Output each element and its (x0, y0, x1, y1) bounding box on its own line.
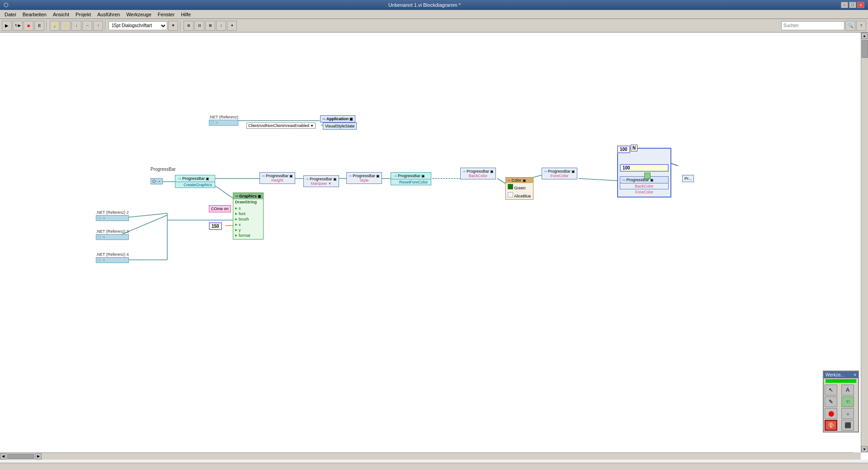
num-150-node: 150 (209, 222, 222, 230)
pb-height-node: ⇒ ProgressBar ▣ Height (259, 172, 295, 184)
reorder-button[interactable]: ↕ (216, 21, 226, 31)
tool-connect[interactable]: ✎ (825, 396, 837, 407)
pb-creategraphics-box: ⇒ ProgressBar ▣ (175, 175, 215, 182)
style-expand: ▣ (376, 174, 380, 178)
vertical-scrollbar[interactable]: ▲ ▼ (861, 33, 868, 452)
app-icon: ⬡ (4, 2, 8, 8)
fc-arrow: ⇒ (544, 169, 547, 174)
run-continuous-button[interactable]: ↻▶ (13, 21, 23, 31)
menu-ausfuehren[interactable]: Ausführen (94, 11, 123, 18)
clean-button[interactable]: ✦ (227, 21, 237, 31)
search-input[interactable] (781, 21, 844, 30)
search-button[interactable]: 🔍 (845, 21, 855, 31)
scroll-down-button[interactable]: ▼ (861, 446, 868, 452)
scroll-left-button[interactable]: ◀ (0, 453, 6, 460)
client-areas-node[interactable]: ClientAndNonClientAreasEnabled ▼ (246, 122, 316, 129)
align-button[interactable]: ⊞ (184, 21, 193, 31)
right-pb-arrow: ⇒ (622, 178, 625, 182)
maximize-button[interactable]: □ (849, 2, 856, 8)
sep3 (180, 21, 182, 31)
step-into-button[interactable]: ↓ (71, 21, 81, 31)
tool-color[interactable]: 🎨 (825, 420, 837, 431)
fc-label: ProgressBar (548, 169, 571, 174)
color-node: ⇒ Color ▣ Green AliceBlue (505, 177, 533, 200)
menu-hilfe[interactable]: Hilfe (178, 11, 193, 18)
pause-button[interactable]: ⏸ (34, 21, 44, 31)
net-ref-1-node: .NET (Referenz) ⬡ → (209, 115, 238, 126)
right-pr-node: Pr... (682, 175, 694, 182)
menu-projekt[interactable]: Projekt (73, 11, 94, 18)
sep1 (46, 21, 48, 31)
tool-probe[interactable]: ⬦ (841, 408, 854, 419)
pb-bc-title: ⇒ ProgressBar ▣ (462, 169, 494, 174)
pb-ref-arrow: → (157, 179, 161, 183)
n-label: N (631, 145, 637, 151)
graphics-port-s: s (235, 206, 261, 211)
nr3-arrow: → (102, 235, 105, 239)
scroll-up-button[interactable]: ▲ (861, 33, 868, 39)
menu-datei[interactable]: Datei (2, 11, 19, 18)
aliceblue-label: AliceBlue (514, 194, 531, 198)
color-box: ⇒ Color ▣ Green AliceBlue (505, 177, 533, 200)
pb-cg-expand: ▣ (206, 177, 209, 181)
pb-backcolor-box: ⇒ ProgressBar ▣ BackColor (460, 168, 496, 179)
canvas-area[interactable]: .NET (Referenz) ⬡ → ⇒ Application ▣ Clie… (0, 33, 868, 460)
close-button[interactable]: × (857, 2, 864, 8)
tool-breakpoint[interactable]: ⬤ (825, 408, 837, 419)
graphics-ports: s font brush x y format (233, 205, 263, 239)
graphics-port-brush: brush (235, 216, 261, 222)
highlight-button[interactable]: 💡 (50, 21, 60, 31)
horizontal-scrollbar[interactable]: ◀ ▶ (0, 452, 861, 460)
pb-h-expand: ▣ (289, 174, 293, 178)
menu-bearbeiten[interactable]: Bearbeiten (20, 11, 49, 18)
client-areas-selector[interactable]: ClientAndNonClientAreasEnabled ▼ (246, 122, 316, 129)
pb-height-prop: Height (262, 178, 293, 183)
font-selector[interactable]: 15pt Dialogschriftart (108, 21, 167, 30)
menu-ansicht[interactable]: Ansicht (50, 11, 72, 18)
title-bar: ⬡ Unbenannt 1.vi Blockdiagramm * – □ × (0, 0, 868, 10)
dropdown-arrow[interactable]: ▼ (310, 124, 314, 128)
tool-text[interactable]: A (841, 385, 854, 395)
toolbox-close-icon[interactable]: × (854, 372, 856, 377)
net-ref-4-node: .NET (Referenz) 4 ⬡ → (96, 252, 129, 263)
step-over-button[interactable]: → (82, 21, 92, 31)
menu-bar: Datei Bearbeiten Ansicht Projekt Ausführ… (0, 10, 868, 19)
pb-ref-icon: ⬡ (152, 179, 156, 183)
net-ref-4-inner: ⬡ → (96, 257, 129, 263)
h-scroll-thumb[interactable] (7, 454, 34, 459)
retain-wires-button[interactable]: ⚡ (61, 21, 71, 31)
tool-scroll[interactable]: ☜ (841, 396, 854, 407)
menu-fenster[interactable]: Fenster (155, 11, 177, 18)
abort-button[interactable]: ■ (24, 21, 33, 31)
tool-custom[interactable]: ⬛ (841, 420, 854, 431)
green-label: Green (514, 186, 526, 190)
marquee-dropdown[interactable]: ▼ (328, 182, 332, 186)
resize-button[interactable]: ⊠ (205, 21, 215, 31)
graphics-port-font: font (235, 211, 261, 216)
progressbar-ref-inner: ⬡ → (151, 178, 163, 184)
marquee-value: Marquee (311, 181, 327, 186)
toolbox-green-bar (826, 379, 856, 383)
style-arrow: ⇒ (349, 174, 352, 178)
scrollbar-corner (854, 452, 861, 460)
minimize-button[interactable]: – (841, 2, 848, 8)
pb-fc-title: ⇒ ProgressBar ▣ (544, 169, 575, 174)
application-box: ⇒ Application ▣ (320, 115, 355, 122)
marquee-prop: Marquee ▼ (306, 181, 337, 186)
nr4-icon: ⬡ (98, 258, 101, 262)
distribute-button[interactable]: ⊟ (194, 21, 204, 31)
net-ref-1-inner: ⬡ → (209, 120, 238, 126)
right-pb-prop: BackColor (620, 183, 669, 189)
menu-werkzeuge[interactable]: Werkzeuge (123, 11, 154, 18)
context-help-button[interactable]: ? (856, 21, 866, 31)
text-size-down[interactable]: ▼ (168, 21, 178, 31)
gfx-arrow: ⇒ (235, 194, 238, 198)
run-button[interactable]: ▶ (2, 21, 12, 31)
pb-cg-method: CreateGraphics (175, 182, 215, 188)
scroll-thumb[interactable] (862, 40, 868, 58)
bc-arrow: ⇒ (462, 169, 466, 174)
step-out-button[interactable]: ↑ (93, 21, 103, 31)
nr4-arrow: → (102, 258, 105, 262)
scroll-right-button[interactable]: ▶ (35, 453, 42, 460)
tool-arrow[interactable]: ↖ (825, 385, 837, 395)
